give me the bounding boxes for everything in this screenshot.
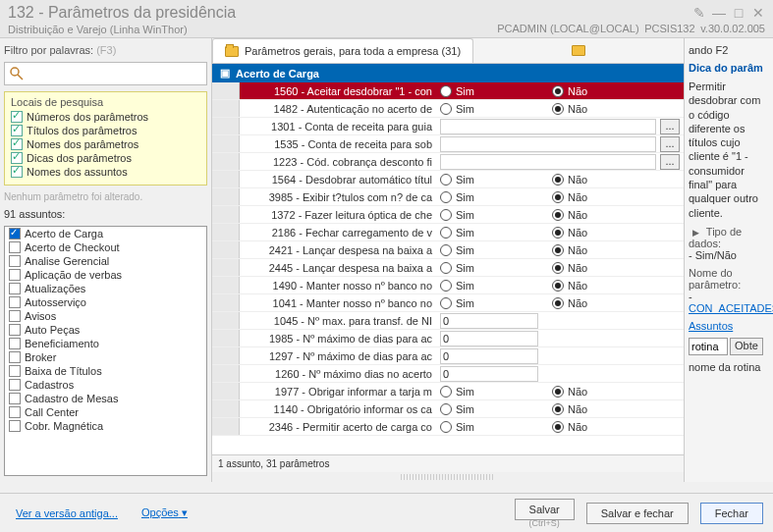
lookup-button[interactable]: ... xyxy=(660,154,680,170)
subject-item[interactable]: Acerto de Carga xyxy=(5,227,206,240)
parameter-row[interactable]: 1482 - Autenticação no acerto de Sim Não xyxy=(212,100,684,118)
subject-item[interactable]: Cadastros xyxy=(5,378,206,392)
close-button[interactable]: Fechar xyxy=(700,503,763,524)
options-menu[interactable]: Opções ▾ xyxy=(136,503,193,523)
subject-item[interactable]: Broker xyxy=(5,350,206,364)
radio-no[interactable]: Não xyxy=(552,421,660,433)
parameter-row[interactable]: 2445 - Lançar despesa na baixa a Sim Não xyxy=(212,259,684,277)
parameter-row[interactable]: 1223 - Cód. cobrança desconto fi ... xyxy=(212,153,684,171)
radio-no[interactable]: Não xyxy=(552,386,660,398)
radio-yes[interactable]: Sim xyxy=(440,403,548,415)
row-gutter xyxy=(212,347,240,364)
radio-yes[interactable]: Sim xyxy=(440,386,548,398)
radio-yes[interactable]: Sim xyxy=(440,297,548,309)
radio-yes[interactable]: Sim xyxy=(440,280,548,292)
subject-item[interactable]: Avisos xyxy=(5,309,206,323)
radio-yes[interactable]: Sim xyxy=(440,85,548,97)
search-location-checkbox[interactable]: Números dos parâmetros xyxy=(11,110,200,124)
save-close-button[interactable]: Salvar e fechar xyxy=(586,503,689,524)
subject-item[interactable]: Cadastro de Mesas xyxy=(5,392,206,405)
lookup-input[interactable] xyxy=(440,154,656,170)
radio-no[interactable]: Não xyxy=(552,280,660,292)
radio-yes[interactable]: Sim xyxy=(440,191,548,203)
radio-no[interactable]: Não xyxy=(552,209,660,221)
subject-item[interactable]: Beneficiamento xyxy=(5,337,206,350)
radio-no[interactable]: Não xyxy=(552,191,660,203)
parameter-grid[interactable]: ▣ Acerto de Carga 1560 - Aceitar desdobr… xyxy=(212,64,684,454)
collapse-icon[interactable]: ▣ xyxy=(220,67,230,80)
number-input[interactable] xyxy=(440,348,538,364)
parameter-row[interactable]: 1564 - Desdobrar automático títul Sim Nã… xyxy=(212,171,684,188)
parameter-row[interactable]: 1301 - Conta de receita para guia ... xyxy=(212,118,684,135)
old-version-link[interactable]: Ver a versão antiga... xyxy=(10,504,124,523)
parameter-row[interactable]: 1977 - Obrigar informar a tarja m Sim Nã… xyxy=(212,383,684,400)
radio-no[interactable]: Não xyxy=(552,262,660,274)
radio-yes[interactable]: Sim xyxy=(440,244,548,256)
subject-item[interactable]: Acerto de Checkout xyxy=(5,240,206,254)
subjects-list[interactable]: Acerto de CargaAcerto de CheckoutAnalise… xyxy=(4,226,207,476)
routine-input[interactable] xyxy=(689,338,728,355)
radio-no[interactable]: Não xyxy=(552,244,660,256)
maximize-icon[interactable]: □ xyxy=(732,6,745,20)
lookup-input[interactable] xyxy=(440,119,656,134)
radio-no[interactable]: Não xyxy=(552,174,660,186)
save-button[interactable]: Salvar xyxy=(515,499,575,520)
radio-no[interactable]: Não xyxy=(552,85,660,97)
checkbox-label: Dicas dos parâmetros xyxy=(27,152,132,164)
search-location-checkbox[interactable]: Títulos dos parâmetros xyxy=(11,124,200,137)
subject-item[interactable]: Auto Peças xyxy=(5,323,206,337)
edit-icon[interactable]: ✎ xyxy=(692,6,706,20)
tab-general-params[interactable]: Parâmetros gerais, para toda a empresa (… xyxy=(212,38,473,63)
subject-item[interactable]: Call Center xyxy=(5,405,206,419)
parameter-row[interactable]: 1045 - Nº max. para transf. de NI xyxy=(212,312,684,330)
radio-yes[interactable]: Sim xyxy=(440,103,548,115)
parameter-row[interactable]: 1490 - Manter nosso nº banco no Sim Não xyxy=(212,277,684,294)
subjects-link[interactable]: Assuntos xyxy=(689,320,769,332)
lookup-input[interactable] xyxy=(440,136,656,152)
splitter-handle[interactable] xyxy=(401,474,495,480)
parameter-row[interactable]: 1140 - Obrigatório informar os ca Sim Nã… xyxy=(212,400,684,418)
subject-item[interactable]: Aplicação de verbas xyxy=(5,268,206,282)
search-location-checkbox[interactable]: Nomes dos assuntos xyxy=(11,165,200,179)
number-input[interactable] xyxy=(440,331,538,346)
number-input[interactable] xyxy=(440,313,538,329)
number-input[interactable] xyxy=(440,366,538,382)
radio-yes[interactable]: Sim xyxy=(440,209,548,221)
subject-checkbox xyxy=(9,351,21,363)
subject-item[interactable]: Autosserviço xyxy=(5,295,206,309)
subject-item[interactable]: Atualizações xyxy=(5,282,206,295)
param-name-link[interactable]: CON_ACEITADES xyxy=(689,302,773,314)
parameter-row[interactable]: 1535 - Conta de receita para sob ... xyxy=(212,135,684,153)
parameter-row[interactable]: 1985 - Nº máximo de dias para ac xyxy=(212,330,684,347)
tab-empty[interactable] xyxy=(477,38,680,63)
radio-no[interactable]: Não xyxy=(552,403,660,415)
radio-yes[interactable]: Sim xyxy=(440,174,548,186)
parameter-row[interactable]: 1560 - Aceitar desdobrar "1 - con Sim Nã… xyxy=(212,82,684,100)
subject-item[interactable]: Baixa de Títulos xyxy=(5,364,206,378)
parameter-row[interactable]: 2421 - Lançar despesa na baixa a Sim Não xyxy=(212,241,684,259)
radio-yes[interactable]: Sim xyxy=(440,421,548,433)
grid-group-header[interactable]: ▣ Acerto de Carga xyxy=(212,64,684,82)
close-icon[interactable]: ✕ xyxy=(751,6,765,20)
radio-yes[interactable]: Sim xyxy=(440,227,548,239)
subject-item[interactable]: Analise Gerencial xyxy=(5,254,206,268)
search-location-checkbox[interactable]: Nomes dos parâmetros xyxy=(11,137,200,151)
parameter-row[interactable]: 3985 - Exibir t?tulos com n? de ca Sim N… xyxy=(212,188,684,206)
parameter-row[interactable]: 1372 - Fazer leitura óptica de che Sim N… xyxy=(212,206,684,224)
search-location-checkbox[interactable]: Dicas dos parâmetros xyxy=(11,151,200,165)
subject-item[interactable]: Cobr. Magnética xyxy=(5,419,206,433)
parameter-row[interactable]: 2186 - Fechar carregamento de v Sim Não xyxy=(212,224,684,241)
parameter-row[interactable]: 1260 - Nº máximo dias no acerto xyxy=(212,365,684,383)
radio-no[interactable]: Não xyxy=(552,297,660,309)
parameter-row[interactable]: 1297 - Nº máximo de dias para ac xyxy=(212,347,684,365)
parameter-row[interactable]: 2346 - Permitir acerto de carga co Sim N… xyxy=(212,418,684,436)
get-button[interactable]: Obte xyxy=(730,338,763,355)
radio-no[interactable]: Não xyxy=(552,103,660,115)
lookup-button[interactable]: ... xyxy=(660,136,680,152)
radio-no[interactable]: Não xyxy=(552,227,660,239)
lookup-button[interactable]: ... xyxy=(660,119,680,134)
minimize-icon[interactable]: — xyxy=(712,6,726,20)
parameter-row[interactable]: 1041 - Manter nosso nº banco no Sim Não xyxy=(212,294,684,312)
search-input[interactable] xyxy=(4,62,207,85)
radio-yes[interactable]: Sim xyxy=(440,262,548,274)
